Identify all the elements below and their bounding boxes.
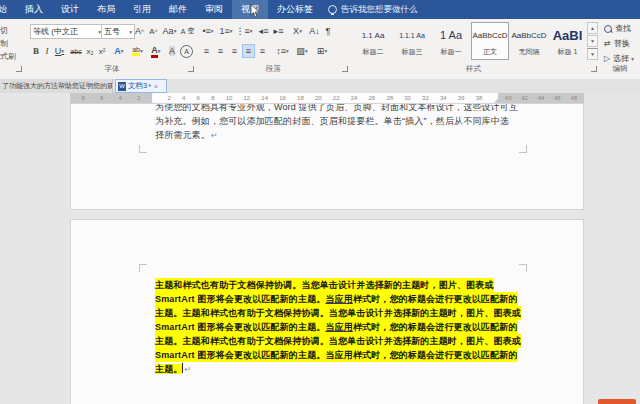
ribbon-tab-邮件[interactable]: 邮件	[160, 0, 196, 19]
text-effects-button[interactable]: A▾	[112, 44, 126, 58]
align-left-icon: ≡	[204, 46, 209, 56]
style-card-no-spacing[interactable]: AaBbCcD 无间隔	[510, 22, 548, 60]
style-card-heading1[interactable]: AaBI 标题 1	[549, 22, 586, 60]
clear-formatting-button[interactable]: A	[179, 24, 187, 38]
select-button[interactable]: ▷ 选择 ▾	[604, 53, 634, 64]
align-left-button[interactable]: ≡	[200, 44, 213, 58]
increase-indent-button[interactable]: ▸≡	[272, 24, 285, 38]
ribbon: 切 制 式刷 等线 (中文正▾ 五号▾ A˄ A˅ Aa▾ A 变 B I U▾…	[0, 19, 640, 80]
ruler-number: 18	[297, 95, 304, 101]
horizontal-ruler[interactable]: 8642 2468101214161820222426283032343638 …	[70, 93, 584, 103]
phonetic-guide-button[interactable]: 变	[187, 24, 195, 38]
decrease-indent-button[interactable]: ◂≡	[257, 24, 270, 38]
style-name: 标题 1	[558, 47, 578, 59]
sort-icon: A↓	[309, 26, 320, 36]
paragraph-dialog-launcher[interactable]	[342, 66, 348, 72]
page2-line[interactable]: 主题和样式也有助于文档保持协调。当您单击设计并选择新的主题时，图片、图表或	[155, 278, 494, 292]
ribbon-tab-引用[interactable]: 引用	[124, 0, 160, 19]
font-color-button[interactable]: A▾	[148, 44, 164, 58]
doc-tab-label: 文档3	[128, 81, 147, 91]
borders-button[interactable]: ⊞▾	[314, 44, 330, 58]
style-card-normal[interactable]: AaBbCcD 正文	[471, 22, 509, 60]
ribbon-tab-设计[interactable]: 设计	[52, 0, 88, 19]
styles-scroll-down-button[interactable]: ▼	[587, 35, 598, 47]
page2-text[interactable]: 主题和样式也有助于文档保持协调。当您单击设计并选择新的主题时，图片、图表或Sma…	[155, 278, 521, 377]
document-tab-active[interactable]: W 文档3 * ×	[115, 79, 167, 93]
char-shading-button[interactable]: A	[166, 44, 178, 58]
change-case-button[interactable]: Aa▾	[161, 24, 178, 38]
page2-line[interactable]: 主题。↵	[155, 362, 191, 377]
page1-line[interactable]: 择所需元素。↵	[155, 128, 218, 143]
strikethrough-button[interactable]: abc	[69, 44, 83, 58]
numbering-button[interactable]: 1≡▾	[218, 24, 234, 38]
page1-text[interactable]: 为使您的文档具有专业外观，Word 提供了页眉、页脚、封面和文本框设计，这些设计…	[155, 103, 518, 143]
highlighted-text: 样式时，您的标题会进行更改以匹配新的	[353, 322, 518, 332]
ruler-mid-numbers: 2468101214161820222426283032343638	[162, 93, 488, 103]
clipboard-dialog-launcher[interactable]	[16, 66, 22, 72]
close-icon[interactable]: ×	[154, 83, 158, 90]
decrease-indent-icon: ◂≡	[259, 26, 269, 36]
find-button[interactable]: 查找	[604, 23, 631, 34]
page2-line[interactable]: 主题。主题和样式也有助于文档保持协调。当您单击设计并选择新的主题时，图片、图表或	[155, 306, 521, 320]
bold-button[interactable]: B	[31, 44, 41, 58]
page2-line[interactable]: SmartArt 图形将会更改以匹配新的主题。当应用样式时，您的标题会进行更改以…	[155, 292, 518, 306]
align-right-button[interactable]: ≡	[228, 44, 241, 58]
sort-button[interactable]: A↓	[308, 24, 321, 38]
format-painter-button[interactable]: 式刷	[0, 51, 26, 62]
ruler-number: 26	[369, 95, 376, 101]
styles-more-button[interactable]: ▼	[587, 48, 598, 60]
styles-scroll-up-button[interactable]: ▲	[587, 22, 598, 34]
ribbon-tab-办公标签[interactable]: 办公标签	[268, 0, 322, 19]
italic-button[interactable]: I	[43, 44, 51, 58]
justify-button[interactable]: ≡	[242, 44, 255, 58]
bullets-button[interactable]: •≡▾	[200, 24, 216, 38]
text-highlight-button[interactable]: ab▾	[129, 44, 146, 58]
superscript-button[interactable]: x²	[97, 44, 107, 58]
ribbon-tab-布局[interactable]: 布局	[88, 0, 124, 19]
page2-line[interactable]: SmartArt 图形将会更改以匹配新的主题。当应用样式时，您的标题会进行更改以…	[155, 320, 518, 334]
page2-line[interactable]: 主题。主题和样式也有助于文档保持协调。当您单击设计并选择新的主题时，图片、图表或	[155, 334, 521, 348]
show-marks-button[interactable]: ¶	[323, 24, 333, 38]
page1-line[interactable]: 为使您的文档具有专业外观，Word 提供了页眉、页脚、封面和文本框设计，这些设计…	[155, 103, 518, 114]
orange-artifact	[598, 399, 636, 404]
font-name-combo[interactable]: 等线 (中文正▾	[30, 24, 104, 39]
underline-button[interactable]: U▾	[53, 44, 66, 58]
multilevel-list-button[interactable]: ⋮≡▾	[236, 24, 252, 38]
style-card-heading2[interactable]: 1.1 Aa 标题二	[354, 22, 392, 60]
subscript-button[interactable]: x₂	[85, 44, 95, 58]
font-size-combo[interactable]: 五号▾	[101, 24, 135, 39]
replace-button[interactable]: ⇄ 替换	[604, 38, 630, 49]
line-spacing-button[interactable]: ↕≡▾	[274, 44, 291, 58]
replace-icon: ⇄	[604, 39, 611, 48]
asian-layout-button[interactable]: X▾	[290, 24, 305, 38]
document-page-2[interactable]: 主题和样式也有助于文档保持协调。当您单击设计并选择新的主题时，图片、图表或Sma…	[70, 219, 584, 404]
page2-line[interactable]: SmartArt 图形将会更改以匹配新的主题。当应用样式时，您的标题会进行更改以…	[155, 348, 518, 362]
word-window: { "colors":{"accent":"#2b579a","tab_hove…	[0, 0, 640, 404]
page1-line[interactable]: 为补充。例如，您可以添加匹配的封面、页眉和提要栏。单击“插入”，然后从不同库中选	[155, 114, 509, 128]
ribbon-tab-审阅[interactable]: 审阅	[196, 0, 232, 19]
style-name: 标题二	[363, 47, 384, 59]
align-center-button[interactable]: ≡	[214, 44, 227, 58]
copy-button[interactable]: 制	[0, 38, 26, 49]
distribute-button[interactable]: ≡	[256, 44, 269, 58]
shading-button[interactable]: ▨▾	[294, 44, 310, 58]
document-tab-inactive[interactable]: 了功能强大的方法帮助您证明您的观点.docx	[0, 79, 113, 93]
ribbon-tab-插入[interactable]: 插入	[16, 0, 52, 19]
cut-button[interactable]: 切	[0, 25, 26, 36]
tell-me-box[interactable]: 告诉我您想要做什么	[328, 0, 418, 19]
document-page-1[interactable]: 为使您的文档具有专业外观，Word 提供了页眉、页脚、封面和文本框设计，这些设计…	[70, 103, 584, 210]
mouse-cursor-icon	[250, 4, 260, 22]
word-doc-icon: W	[118, 82, 126, 91]
ruler-number: 24	[351, 95, 358, 101]
style-card-heading3[interactable]: 1.1.1 Aa 标题三	[393, 22, 431, 60]
shrink-font-button[interactable]: A˅	[147, 24, 160, 38]
ruler-number: 8	[211, 95, 214, 101]
grow-font-button[interactable]: A˄	[133, 24, 146, 38]
font-dialog-launcher[interactable]	[188, 66, 194, 72]
subscript-icon: x₂	[86, 47, 93, 56]
ribbon-tab-开始[interactable]: 开始	[0, 0, 16, 19]
enclose-characters-button[interactable]: A	[180, 44, 193, 58]
style-card-heading1-cn[interactable]: 1 Aa 标题一	[432, 22, 470, 60]
ribbon-tab-strip: 开始插入设计布局引用邮件审阅视图办公标签	[0, 0, 322, 19]
styles-dialog-launcher[interactable]	[591, 66, 597, 72]
